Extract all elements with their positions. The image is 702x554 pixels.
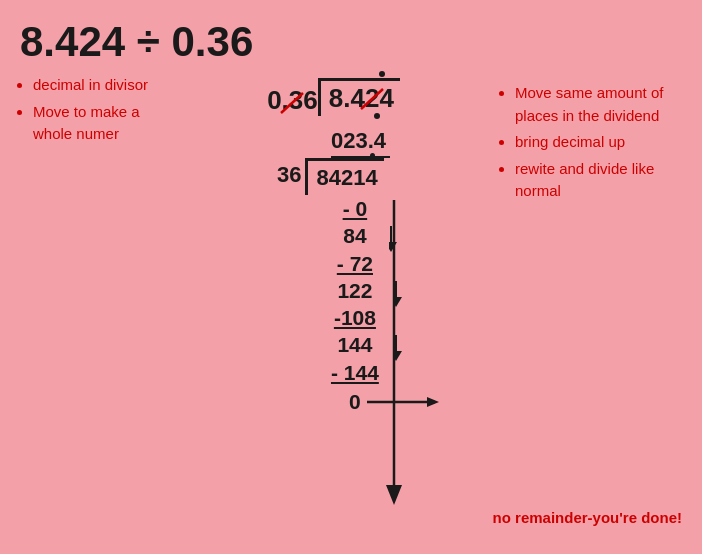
small-arrow-3-icon bbox=[394, 333, 424, 363]
original-divisor: 0.36 bbox=[267, 85, 318, 116]
divisor-cross-icon bbox=[267, 85, 318, 116]
left-notes: decimal in divisor Move to make a whole … bbox=[10, 74, 175, 415]
step-zero: 0 bbox=[349, 388, 361, 415]
dividend-box: 8.424 bbox=[318, 78, 400, 116]
step-subtract-144: - 144 bbox=[331, 359, 379, 386]
small-arrow-2-icon bbox=[394, 279, 424, 309]
svg-marker-10 bbox=[394, 351, 402, 361]
svg-marker-4 bbox=[386, 485, 402, 505]
right-notes: Move same amount of places in the divide… bbox=[492, 74, 692, 415]
long-division: 023.4 36 84214 bbox=[277, 128, 390, 415]
step-subtract-0: - 0 bbox=[343, 195, 368, 222]
svg-line-0 bbox=[281, 93, 303, 113]
long-divisor: 36 bbox=[277, 158, 305, 188]
step-144: 144 bbox=[337, 331, 372, 358]
svg-line-1 bbox=[361, 89, 383, 109]
left-note-2: Move to make a whole numer bbox=[33, 101, 170, 146]
svg-marker-6 bbox=[389, 242, 397, 252]
step-84: 84 bbox=[343, 222, 366, 249]
long-dividend: 84214 bbox=[305, 158, 383, 195]
dividend-cross-icon bbox=[321, 81, 400, 116]
no-remainder-label: no remainder-you're done! bbox=[493, 509, 682, 526]
quotient: 023.4 bbox=[331, 128, 390, 158]
right-note-3: rewite and divide like normal bbox=[515, 158, 687, 203]
original-problem: 0.36 8.424 bbox=[267, 78, 400, 116]
svg-point-2 bbox=[374, 113, 380, 119]
step-122: 122 bbox=[337, 277, 372, 304]
left-note-1: decimal in divisor bbox=[33, 74, 170, 97]
svg-marker-8 bbox=[394, 297, 402, 307]
remainder-arrow-icon bbox=[367, 394, 447, 410]
step-subtract-72: - 72 bbox=[337, 250, 373, 277]
svg-marker-12 bbox=[427, 397, 439, 407]
small-arrow-1-icon bbox=[389, 224, 419, 254]
main-title: 8.424 ÷ 0.36 bbox=[0, 0, 702, 74]
right-note-1: Move same amount of places in the divide… bbox=[515, 82, 687, 127]
right-note-2: bring decimal up bbox=[515, 131, 687, 154]
step-subtract-108: -108 bbox=[334, 304, 376, 331]
